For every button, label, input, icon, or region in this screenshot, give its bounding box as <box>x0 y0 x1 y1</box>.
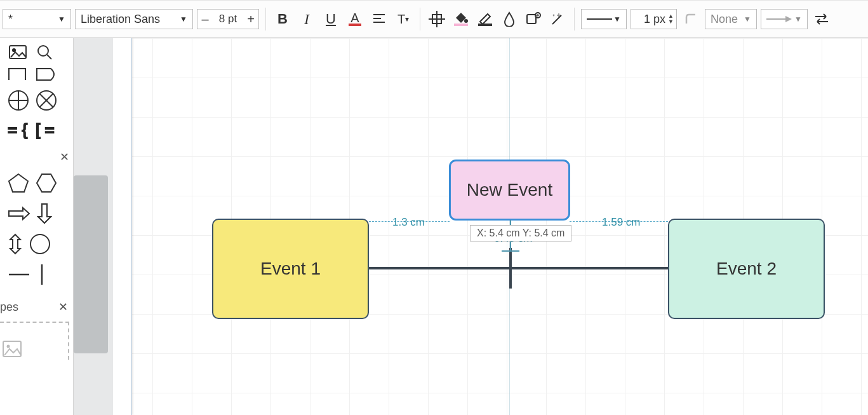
svg-rect-7 <box>527 15 536 24</box>
line-style-icon <box>587 17 612 21</box>
chevron-down-icon: ▼ <box>744 15 751 24</box>
summing-junction-icon[interactable] <box>8 90 29 111</box>
paragraph-align-button[interactable] <box>369 9 389 29</box>
sparkle-icon <box>550 11 565 27</box>
gallery-placeholder[interactable] <box>0 322 69 360</box>
image-placeholder-icon <box>3 341 22 357</box>
align-icon <box>372 13 386 25</box>
text-direction-icon: T▾ <box>397 12 409 27</box>
circle-icon[interactable] <box>29 233 51 255</box>
insert-image-icon[interactable] <box>8 42 28 62</box>
corner-style-button[interactable] <box>681 9 701 29</box>
page-edge <box>113 38 132 415</box>
separator <box>265 8 266 31</box>
flow-shape-icon[interactable] <box>36 67 57 81</box>
brace-left-icon[interactable]: = { <box>8 121 29 140</box>
chevron-down-icon: ▼ <box>613 15 621 24</box>
arrow-down-shape-icon[interactable] <box>37 203 52 224</box>
increase-font-button[interactable]: + <box>243 12 258 27</box>
line-style-combo[interactable]: ▼ <box>581 9 627 29</box>
separator <box>574 8 575 31</box>
scrollbar-thumb[interactable] <box>74 175 108 353</box>
snap-guide-small-h <box>502 250 519 252</box>
section-label: pes <box>0 301 18 314</box>
svg-point-6 <box>464 19 468 23</box>
position-size-icon <box>429 11 445 27</box>
shape-event-1[interactable]: Event 1 <box>212 219 369 319</box>
underline-button[interactable]: U <box>321 9 341 29</box>
spinner-icon[interactable]: ▲▼ <box>668 13 674 25</box>
shapes-sidebar: = { [ = ✕ pes ✕ <box>0 38 74 415</box>
separator <box>420 8 420 31</box>
svg-point-25 <box>30 235 50 254</box>
paint-bucket-icon <box>454 12 468 26</box>
connector-line[interactable] <box>369 267 668 269</box>
svg-marker-23 <box>9 174 28 192</box>
font-name-combo[interactable]: Liberation Sans ▼ <box>75 9 193 29</box>
zoom-icon[interactable] <box>34 42 55 62</box>
section-close-button[interactable]: ✕ <box>0 146 73 168</box>
coordinate-text: X: 5.4 cm Y: 5.4 cm <box>477 228 564 238</box>
arrow-end-combo[interactable]: ▼ <box>761 9 808 29</box>
line-width-value: 1 px <box>638 13 665 26</box>
fill-color-button[interactable] <box>451 9 471 29</box>
flip-connector-button[interactable] <box>811 9 832 29</box>
pentagon-icon[interactable] <box>8 173 29 193</box>
svg-point-12 <box>13 49 15 51</box>
corner-icon <box>684 12 698 26</box>
swap-icon <box>813 13 830 25</box>
shadow-button[interactable] <box>499 9 519 29</box>
drop-icon <box>502 11 516 27</box>
svg-text:= {: = { <box>8 121 27 139</box>
section-close-button[interactable]: ✕ <box>58 300 68 314</box>
arrow-right-shape-icon[interactable] <box>8 207 30 221</box>
chevron-down-icon: ▼ <box>180 15 187 24</box>
vertical-line-icon[interactable] <box>37 263 47 286</box>
shape-label: Event 1 <box>260 259 321 279</box>
line-width-field[interactable]: 1 px ▲▼ <box>631 9 677 29</box>
position-size-button[interactable] <box>427 9 447 29</box>
shape-label: New Event <box>467 180 552 200</box>
or-gate-icon[interactable] <box>36 90 57 111</box>
line-color-button[interactable] <box>475 9 495 29</box>
flow-shape-icon[interactable] <box>8 67 29 81</box>
arrow-right-icon <box>766 15 792 23</box>
sidebar-scrollbar[interactable] <box>74 38 113 415</box>
svg-point-13 <box>38 46 48 56</box>
formatting-toolbar: * ▼ Liberation Sans ▼ – 8 pt + B I U A T… <box>0 0 868 38</box>
font-name-value: Liberation Sans <box>81 13 160 26</box>
autoeffects-button[interactable] <box>547 9 568 29</box>
drawing-canvas[interactable]: Event 1 Event 2 New Event 1.3 cm 1.59 cm… <box>113 38 868 415</box>
line-shape-icon[interactable] <box>8 269 30 280</box>
shape-new-event[interactable]: New Event <box>450 160 570 220</box>
chevron-down-icon: ▼ <box>794 15 802 24</box>
arrow-start-combo[interactable]: None ▼ <box>705 9 757 29</box>
svg-point-29 <box>7 345 10 348</box>
decrease-font-button[interactable]: – <box>197 12 213 27</box>
font-size-value[interactable]: 8 pt <box>213 13 243 25</box>
paragraph-style-combo[interactable]: * ▼ <box>3 9 71 29</box>
svg-text:[ =: [ = <box>36 121 55 139</box>
font-color-icon: A <box>349 12 361 26</box>
effects-button[interactable] <box>523 9 544 29</box>
measure-left-label: 1.3 cm <box>392 216 425 229</box>
pen-icon <box>478 12 492 26</box>
arrow-updown-shape-icon[interactable] <box>8 233 23 255</box>
font-size-stepper: – 8 pt + <box>197 9 259 29</box>
effects-icon <box>525 11 542 27</box>
italic-button[interactable]: I <box>297 9 317 29</box>
hexagon-icon[interactable] <box>36 173 57 193</box>
connector-tick <box>509 248 512 289</box>
shape-event-2[interactable]: Event 2 <box>668 219 825 319</box>
font-color-button[interactable]: A <box>345 9 365 29</box>
chevron-down-icon: ▼ <box>58 15 65 24</box>
svg-marker-24 <box>37 174 56 192</box>
svg-line-14 <box>47 55 51 59</box>
brace-right-icon[interactable]: [ = <box>36 121 57 140</box>
shape-label: Event 2 <box>716 259 777 279</box>
bold-button[interactable]: B <box>272 9 293 29</box>
coordinate-tooltip: X: 5.4 cm Y: 5.4 cm <box>470 225 571 242</box>
arrow-start-value: None <box>711 13 738 26</box>
measure-right-label: 1.59 cm <box>602 216 640 229</box>
text-direction-button[interactable]: T▾ <box>393 9 413 29</box>
